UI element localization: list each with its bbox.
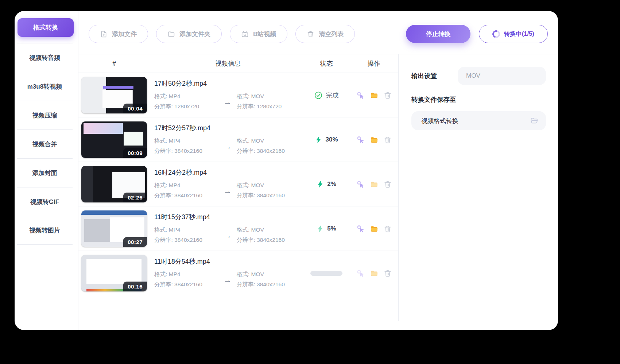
video-info: 16时24分2秒.mp4 格式: MP4分辨率: 3840x2160 → 格式:…	[154, 168, 285, 201]
sidebar-item-video-compress[interactable]: 视频压缩	[17, 101, 73, 129]
video-thumbnail: 00:09	[81, 121, 147, 158]
video-thumbnail: 00:04	[81, 77, 147, 113]
add-folder-button[interactable]: 添加文件夹	[156, 25, 222, 43]
target-info: 格式: MOV分辨率: 3840x2160	[237, 269, 285, 290]
lightning-icon	[317, 225, 324, 232]
video-info: 17时50分2秒.mp4 格式: MP4分辨率: 1280x720 → 格式: …	[154, 79, 282, 112]
save-path-input[interactable]: 视频格式转换	[411, 111, 546, 130]
target-info: 格式: MOV分辨率: 3840x2160	[237, 225, 285, 245]
video-info: 11时15分37秒.mp4 格式: MP4分辨率: 3840x2160 → 格式…	[154, 213, 285, 245]
duration-badge: 00:04	[123, 104, 147, 113]
source-info: 格式: MP4分辨率: 3840x2160	[154, 225, 224, 245]
video-thumbnail: 00:16	[81, 255, 147, 291]
sidebar-item-video-to-gif[interactable]: 视频转GIF	[17, 187, 73, 216]
preview-pointer-icon[interactable]	[357, 180, 365, 189]
bilibili-label: B站视频	[253, 30, 276, 38]
save-path-label: 转换文件保存至	[411, 95, 456, 104]
sidebar-list: 视频转音频 m3u8转视频 视频压缩 视频合并 添加封面 视频转GIF 视频转图…	[15, 43, 78, 245]
delete-icon[interactable]	[384, 136, 392, 144]
converting-status-button[interactable]: 转换中(1/5)	[479, 25, 548, 43]
bilibili-video-button[interactable]: B站视频	[230, 25, 287, 43]
lightning-icon	[315, 136, 322, 143]
delete-icon[interactable]	[384, 91, 392, 100]
sidebar-item-video-merge[interactable]: 视频合并	[17, 129, 73, 158]
row-actions	[357, 162, 392, 206]
delete-icon[interactable]	[384, 225, 392, 233]
table-row: 00:27 11时15分37秒.mp4 格式: MP4分辨率: 3840x216…	[78, 206, 398, 251]
video-list: 00:04 17时50分2秒.mp4 格式: MP4分辨率: 1280x720 …	[78, 73, 398, 295]
status-cell: 完成	[314, 73, 339, 117]
output-format-select[interactable]: MOV	[458, 67, 546, 85]
toolbar: 添加文件 添加文件夹 B站视频 清空列表	[89, 25, 355, 43]
video-title: 17时52分57秒.mp4	[154, 124, 285, 132]
progress-percent: 30%	[325, 136, 338, 143]
preview-pointer-icon[interactable]	[357, 225, 365, 233]
arrow-icon: →	[224, 97, 232, 107]
table-row: 00:04 17时50分2秒.mp4 格式: MP4分辨率: 1280x720 …	[78, 73, 398, 117]
arrow-icon: →	[224, 142, 232, 151]
table-row: 00:16 11时18分54秒.mp4 格式: MP4分辨率: 3840x216…	[78, 251, 398, 295]
status-cell	[310, 251, 342, 295]
sidebar-item-m3u8-to-video[interactable]: m3u8转视频	[17, 72, 73, 101]
lightning-icon	[317, 181, 324, 188]
sidebar-item-add-cover[interactable]: 添加封面	[17, 158, 73, 187]
video-info: 17时52分57秒.mp4 格式: MP4分辨率: 3840x2160 → 格式…	[154, 124, 285, 156]
duration-badge: 02:26	[123, 193, 147, 202]
open-folder-icon[interactable]	[370, 136, 379, 144]
preview-pointer-icon[interactable]	[357, 91, 365, 100]
sidebar-item-video-to-image[interactable]: 视频转图片	[17, 216, 73, 245]
add-folder-label: 添加文件夹	[179, 30, 210, 38]
folder-icon	[167, 30, 175, 38]
progress-percent: 5%	[327, 225, 336, 232]
open-folder-icon[interactable]	[370, 225, 379, 233]
open-folder-icon[interactable]	[370, 269, 379, 278]
delete-icon[interactable]	[384, 180, 392, 189]
preview-pointer-icon[interactable]	[357, 136, 365, 144]
panel-divider	[398, 54, 399, 321]
header-video-info: 视频信息	[215, 54, 241, 73]
converting-label: 转换中(1/5)	[504, 30, 534, 38]
preview-pointer-icon[interactable]	[357, 269, 365, 278]
target-info: 格式: MOV分辨率: 3840x2160	[237, 136, 285, 156]
status-cell: 2%	[317, 162, 336, 206]
video-info: 11时18分54秒.mp4 格式: MP4分辨率: 3840x2160 → 格式…	[154, 257, 285, 290]
status-label: 完成	[326, 91, 339, 100]
check-circle-icon	[314, 91, 323, 100]
header-index: #	[112, 54, 116, 73]
duration-badge: 00:16	[123, 282, 147, 291]
row-actions	[357, 206, 392, 251]
bilibili-tv-icon	[241, 30, 249, 38]
add-file-button[interactable]: 添加文件	[89, 25, 148, 43]
open-folder-icon[interactable]	[370, 180, 379, 189]
source-info: 格式: MP4分辨率: 1280x720	[154, 91, 224, 112]
progress-percent: 2%	[327, 181, 336, 188]
delete-icon[interactable]	[384, 269, 392, 278]
target-info: 格式: MOV分辨率: 1280x720	[237, 91, 282, 112]
save-path-value: 视频格式转换	[421, 117, 458, 125]
row-actions	[357, 117, 392, 162]
video-title: 11时15分37秒.mp4	[154, 213, 285, 221]
video-thumbnail: 02:26	[81, 166, 147, 202]
spinner-icon	[491, 29, 501, 39]
sidebar-item-video-to-audio[interactable]: 视频转音频	[17, 43, 73, 72]
arrow-icon: →	[224, 275, 232, 285]
target-info: 格式: MOV分辨率: 3840x2160	[237, 180, 285, 201]
stop-convert-button[interactable]: 停止转换	[406, 25, 470, 43]
folder-open-icon[interactable]	[530, 116, 539, 125]
status-cell: 5%	[317, 206, 336, 251]
header-actions: 操作	[368, 54, 380, 73]
open-folder-icon[interactable]	[370, 91, 379, 100]
video-title: 11时18分54秒.mp4	[154, 257, 285, 266]
app-window: 格式转换 视频转音频 m3u8转视频 视频压缩 视频合并 添加封面 视频转GIF…	[15, 11, 558, 330]
header-status: 状态	[320, 54, 333, 73]
source-info: 格式: MP4分辨率: 3840x2160	[154, 269, 224, 290]
sidebar-item-format-convert[interactable]: 格式转换	[18, 18, 74, 37]
trash-icon	[307, 30, 314, 38]
source-info: 格式: MP4分辨率: 3840x2160	[154, 136, 224, 156]
video-thumbnail: 00:27	[81, 210, 147, 247]
source-info: 格式: MP4分辨率: 3840x2160	[154, 180, 224, 201]
clear-list-button[interactable]: 清空列表	[295, 25, 355, 43]
status-cell: 30%	[315, 117, 338, 162]
file-plus-icon	[100, 30, 108, 38]
sidebar: 格式转换 视频转音频 m3u8转视频 视频压缩 视频合并 添加封面 视频转GIF…	[15, 11, 78, 330]
